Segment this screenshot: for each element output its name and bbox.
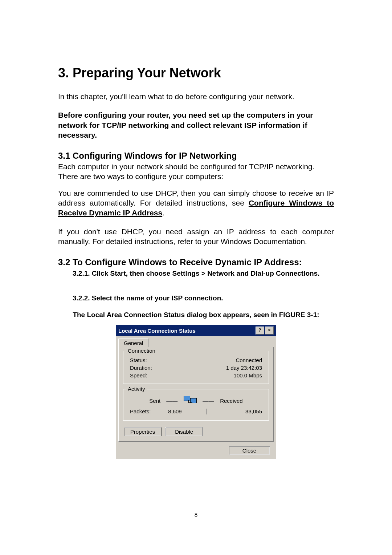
tab-content: Connection Status: Connected Duration: 1… — [118, 347, 274, 442]
activity-group: Activity Sent —— —— Received Packets: 8,… — [123, 389, 269, 421]
network-activity-icon — [184, 396, 197, 405]
page-number: 8 — [0, 511, 392, 519]
packets-label: Packets: — [130, 408, 151, 414]
bold-note: Before configuring your router, you need… — [58, 110, 334, 140]
speed-value: 100.0 Mbps — [234, 372, 262, 378]
packets-row: Packets: 8,609 33,055 — [128, 407, 264, 416]
step-3-2-2: 3.2.2. Select the name of your ISP conne… — [73, 294, 334, 302]
close-button[interactable]: Close — [229, 446, 270, 455]
dialog-title: Local Area Connection Status — [118, 328, 255, 334]
connection-group-label: Connection — [126, 348, 157, 354]
p2-text-b: . — [162, 208, 164, 217]
disable-button[interactable]: Disable — [165, 427, 203, 436]
activity-group-label: Activity — [126, 386, 147, 392]
dialog-titlebar[interactable]: Local Area Connection Status ? × — [116, 325, 276, 336]
intro-paragraph: In this chapter, you'll learn what to do… — [58, 92, 334, 101]
properties-button[interactable]: Properties — [124, 427, 162, 436]
status-value: Connected — [236, 357, 262, 363]
section-3-1-p1: Each computer in your network should be … — [58, 162, 334, 182]
duration-value: 1 day 23:42:03 — [226, 365, 262, 371]
packets-received-value: 33,055 — [214, 408, 262, 414]
close-icon[interactable]: × — [265, 327, 274, 335]
received-label: Received — [220, 398, 243, 404]
status-row: Status: Connected — [128, 356, 264, 364]
button-row: Properties Disable — [123, 426, 269, 438]
dialog-footer: Close — [116, 444, 276, 459]
section-3-1-p2: You are commended to use DHCP, then you … — [58, 188, 334, 218]
connection-status-dialog: Local Area Connection Status ? × General… — [116, 325, 276, 459]
dash-right: —— — [203, 398, 214, 404]
activity-header: Sent —— —— Received — [128, 394, 264, 407]
figure-caption: The Local Area Connection Status dialog … — [58, 311, 334, 319]
help-icon[interactable]: ? — [256, 327, 264, 335]
speed-row: Speed: 100.0 Mbps — [128, 372, 264, 379]
section-3-1-p3: If you don't use DHCP, you need assign a… — [58, 227, 334, 247]
packets-sent-value: 8,609 — [151, 408, 199, 414]
tab-row: General — [116, 336, 276, 347]
step-3-2-1: 3.2.1. Click Start, then choose Settings… — [73, 270, 334, 278]
sent-label: Sent — [149, 398, 160, 404]
section-3-1-heading: 3.1 Configuring Windows for IP Networkin… — [58, 151, 334, 161]
section-3-2-heading: 3.2 To Configure Windows to Receive Dyna… — [58, 257, 334, 267]
tab-general[interactable]: General — [118, 339, 148, 347]
dash-left: —— — [166, 398, 178, 404]
chapter-heading: 3. Preparing Your Network — [58, 65, 334, 81]
duration-label: Duration: — [130, 365, 152, 371]
duration-row: Duration: 1 day 23:42:03 — [128, 364, 264, 372]
separator — [206, 409, 207, 414]
connection-group: Connection Status: Connected Duration: 1… — [123, 351, 269, 384]
status-label: Status: — [130, 357, 147, 363]
speed-label: Speed: — [130, 372, 147, 378]
